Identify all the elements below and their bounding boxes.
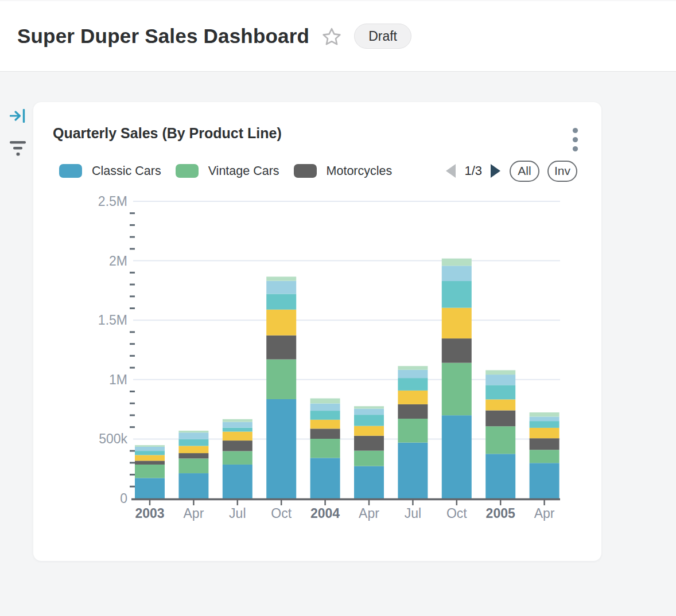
x-tick-label: Oct (446, 506, 467, 521)
bar-segment[interactable] (223, 465, 252, 498)
chart-card: Quarterly Sales (By Product Line) Classi… (33, 102, 601, 561)
bar-segment[interactable] (135, 451, 165, 455)
bar-segment[interactable] (354, 436, 384, 451)
bar-segment[interactable] (530, 450, 560, 463)
bar-segment[interactable] (442, 363, 472, 416)
bar-segment[interactable] (178, 453, 208, 458)
side-toolbar (7, 109, 28, 157)
bar-segment[interactable] (398, 366, 428, 370)
bar-segment[interactable] (223, 440, 252, 451)
bar-segment[interactable] (398, 391, 428, 404)
bar-segment[interactable] (178, 473, 208, 498)
bar-segment[interactable] (178, 458, 208, 473)
bar-segment[interactable] (266, 281, 296, 294)
x-tick-label: Jul (229, 506, 246, 521)
bar-segment[interactable] (530, 438, 560, 450)
x-tick-label: Apr (359, 506, 379, 521)
favorite-button[interactable] (322, 27, 341, 46)
bar-segment[interactable] (266, 360, 296, 399)
bar-segment[interactable] (310, 420, 340, 429)
bar-segment[interactable] (223, 422, 252, 428)
star-icon (322, 27, 341, 46)
bar-segment[interactable] (135, 478, 165, 498)
filter-button[interactable] (9, 141, 26, 157)
bar-segment[interactable] (354, 451, 384, 466)
arrow-to-bar-icon (10, 109, 26, 123)
bar-segment[interactable] (530, 416, 560, 421)
bar-segment[interactable] (266, 310, 296, 336)
x-tick-label: Apr (184, 506, 204, 521)
bar-segment[interactable] (442, 281, 472, 308)
bar-segment[interactable] (266, 276, 296, 280)
page-header: Super Duper Sales Dashboard Draft (0, 0, 676, 72)
bar-segment[interactable] (223, 428, 252, 432)
bar-segment[interactable] (135, 455, 165, 461)
x-tick-label: 2004 (310, 506, 340, 521)
bar-segment[interactable] (485, 426, 515, 454)
bar-segment[interactable] (354, 406, 384, 408)
bar-segment[interactable] (398, 404, 428, 419)
x-tick-label: Apr (534, 506, 555, 521)
x-tick-label: Oct (271, 506, 292, 521)
bar-segment[interactable] (398, 370, 428, 378)
bar-segment[interactable] (530, 428, 560, 438)
bar-segment[interactable] (310, 428, 340, 439)
page-title: Super Duper Sales Dashboard (17, 25, 309, 48)
bar-segment[interactable] (530, 463, 560, 498)
bar-segment[interactable] (354, 466, 384, 498)
bar-segment[interactable] (135, 465, 165, 478)
bar-segment[interactable] (354, 426, 384, 436)
bar-segment[interactable] (485, 375, 515, 385)
bar-segment[interactable] (178, 431, 208, 432)
bar-segment[interactable] (442, 259, 472, 266)
y-tick-label: 500k (99, 431, 127, 446)
bar-segment[interactable] (530, 412, 560, 416)
expand-sidebar-button[interactable] (10, 109, 26, 123)
bar-segment[interactable] (485, 410, 515, 426)
bar-segment[interactable] (135, 447, 165, 451)
bar-segment[interactable] (442, 266, 472, 281)
bar-segment[interactable] (398, 443, 428, 498)
bar-segment[interactable] (135, 445, 165, 447)
bar-segment[interactable] (485, 385, 515, 399)
bar-segment[interactable] (223, 432, 252, 441)
x-tick-label: 2005 (486, 506, 515, 521)
x-tick-label: Jul (405, 506, 421, 521)
bar-segment[interactable] (354, 415, 384, 426)
bar-segment[interactable] (354, 409, 384, 415)
bar-segment[interactable] (266, 336, 296, 360)
bar-segment[interactable] (485, 399, 515, 410)
bar-segment[interactable] (310, 399, 340, 404)
y-tick-label: 1.5M (98, 313, 127, 328)
bar-segment[interactable] (485, 370, 515, 375)
x-tick-label: 2003 (135, 506, 164, 521)
bar-segment[interactable] (310, 403, 340, 411)
bar-segment[interactable] (398, 419, 428, 443)
bar-segment[interactable] (178, 432, 208, 439)
bar-segment[interactable] (442, 308, 472, 338)
bar-segment[interactable] (178, 446, 208, 453)
status-badge: Draft (354, 24, 411, 49)
y-tick-label: 2M (109, 254, 127, 268)
bar-segment[interactable] (530, 421, 560, 428)
bar-segment[interactable] (135, 461, 165, 465)
bar-segment[interactable] (485, 454, 515, 498)
bar-segment[interactable] (178, 439, 208, 446)
bar-segment[interactable] (398, 378, 428, 391)
bar-segment[interactable] (442, 338, 472, 362)
bar-segment[interactable] (266, 294, 296, 309)
bar-segment[interactable] (310, 411, 340, 420)
bar-segment[interactable] (442, 415, 472, 498)
bar-segment[interactable] (310, 439, 340, 458)
bar-segment[interactable] (266, 399, 296, 498)
y-tick-label: 0 (120, 491, 127, 506)
y-tick-label: 2.5M (98, 194, 127, 209)
bar-segment[interactable] (223, 419, 252, 422)
stacked-bar-chart: 0500k1M1.5M2M2.5M2003AprJulOct2004AprJul… (33, 102, 601, 561)
bar-segment[interactable] (310, 458, 340, 498)
bar-segment[interactable] (223, 451, 252, 465)
y-tick-label: 1M (109, 372, 127, 387)
filter-lines-icon (9, 141, 26, 157)
